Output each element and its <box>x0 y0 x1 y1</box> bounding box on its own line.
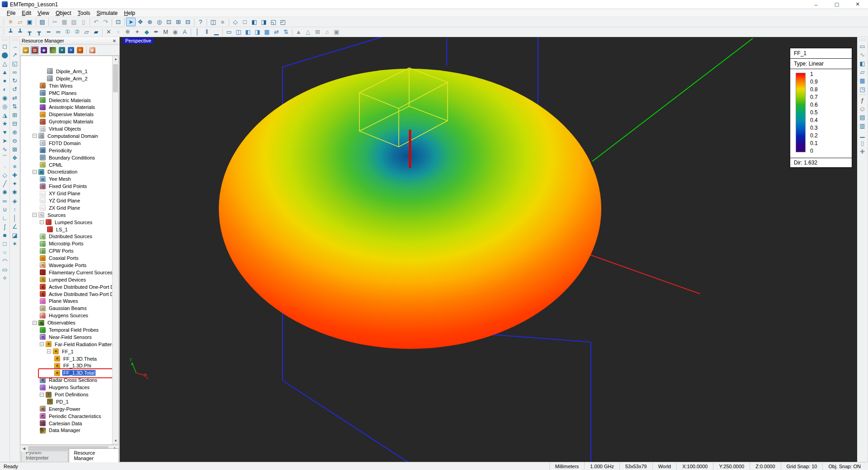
copy-move-tool-button[interactable]: ↗ <box>10 51 19 59</box>
back-view-button[interactable]: ◧ <box>250 18 259 26</box>
sphere-primitive-button[interactable]: ● <box>0 76 9 85</box>
tree-item-lumped-devices[interactable]: ⇅Lumped Devices <box>21 276 112 283</box>
top-view-button[interactable]: ◰ <box>278 18 288 26</box>
boolean-union-button[interactable]: ⊕ <box>10 128 19 136</box>
plate-tool-button[interactable]: ▭ <box>0 265 9 274</box>
freeform-tool-button[interactable]: ✧ <box>0 274 9 282</box>
tree-item-zx-grid-plane[interactable]: ∟ZX Grid Plane <box>21 204 112 212</box>
menu-edit[interactable]: Edit <box>19 10 34 16</box>
view-history-button[interactable]: ◉ <box>170 28 180 36</box>
boolean-intersect-button[interactable]: ⊠ <box>10 145 19 154</box>
front-view-button[interactable]: □ <box>240 18 250 26</box>
scale-tool-button[interactable]: ⊞ <box>10 111 19 119</box>
redo-button[interactable]: ↷ <box>101 18 110 26</box>
tree-expander-icon[interactable]: − <box>33 213 37 217</box>
scrollbar-thumb[interactable] <box>113 64 118 92</box>
tree-vertical-scrollbar[interactable]: ▲ ▼ <box>112 56 118 444</box>
distribute-1-button[interactable]: ━ <box>44 28 53 36</box>
tree-item-active-distributed-two-port-devices[interactable]: ▮Active Distributed Two-Port Devices <box>21 291 112 298</box>
menu-tools[interactable]: Tools <box>75 10 94 16</box>
toolbar-grip[interactable] <box>2 19 5 26</box>
camera-box-button[interactable]: ⌂ <box>322 28 332 36</box>
window-layout-button[interactable]: ◫ <box>208 18 218 26</box>
align-bottom-1-button[interactable]: ┻ <box>6 28 15 36</box>
array-tool-button[interactable]: ❋ <box>123 28 132 36</box>
scroll-up-icon[interactable]: ▲ <box>113 56 119 62</box>
tree-item-near-field-sensors[interactable]: ▰Near-Field Sensors <box>21 334 112 341</box>
plane-1-button[interactable]: ▱ <box>82 28 91 36</box>
pattern-tool-button[interactable]: ✦ <box>132 28 142 36</box>
tree-expander-icon[interactable]: − <box>33 170 37 174</box>
menu-object[interactable]: Object <box>52 10 75 16</box>
ruler-icon[interactable]: ▭ <box>858 42 867 51</box>
sources-view-icon[interactable]: ◉ <box>40 46 48 54</box>
tree-item-thin-wires[interactable]: ∥Thin Wires <box>21 82 112 89</box>
print-button[interactable]: ▤ <box>38 18 47 26</box>
tree-item-microstrip-ports[interactable]: ↑Microstrip Ports <box>21 240 112 247</box>
arrow-primitive-button[interactable]: ➤ <box>0 136 9 145</box>
import-tool-button[interactable]: M <box>161 28 170 36</box>
line-tool-button[interactable]: ╱ <box>0 179 9 188</box>
paste-button[interactable]: ▧ <box>69 18 79 26</box>
tree-item-pd-1[interactable]: ⇈PD_1 <box>21 398 112 405</box>
notes-icon[interactable]: ▯ <box>858 139 867 147</box>
scroll-down-icon[interactable]: ▼ <box>113 438 119 444</box>
spring-coil-icon[interactable]: ∿ <box>858 51 867 59</box>
panel-close-icon[interactable]: ✕ <box>111 38 118 43</box>
scroll-left-icon[interactable]: ◀ <box>21 446 27 452</box>
ring-primitive-button[interactable]: ◎ <box>0 102 9 111</box>
tree-item-dipole-arm-1[interactable]: Dipole_Arm_1 <box>21 68 112 75</box>
close-button[interactable]: ✕ <box>847 0 868 9</box>
cell-right-button[interactable]: ◨ <box>253 28 262 36</box>
right-view-button[interactable]: ◱ <box>269 18 278 26</box>
heart-primitive-button[interactable]: ♥ <box>0 128 9 136</box>
swap-horizontal-button[interactable]: ⇄ <box>272 28 281 36</box>
split-frame-button[interactable]: ◫ <box>234 28 243 36</box>
anchor-tool-button[interactable]: ✦ <box>10 179 19 188</box>
delete-button[interactable]: ▯ <box>79 18 88 26</box>
snap-tool-button[interactable]: ✚ <box>10 171 19 179</box>
probe-tool-button[interactable]: ↑ <box>10 205 19 214</box>
tree-item-temporal-field-probes[interactable]: ↕Temporal Field Probes <box>21 326 112 334</box>
tag-tool-button[interactable]: ◈ <box>10 197 19 205</box>
wedge-primitive-button[interactable]: ◮ <box>0 111 9 119</box>
physical-structure-view-icon[interactable]: ▨ <box>31 46 39 54</box>
explode-tool-button[interactable]: ✶ <box>10 240 19 248</box>
tree-item-data-manager[interactable]: ▤Data Manager <box>21 427 112 434</box>
toolbar-grip[interactable] <box>12 38 18 41</box>
section-tool-button[interactable]: ◪ <box>10 231 19 240</box>
extrude-tool-button[interactable]: ◆ <box>142 28 151 36</box>
star-primitive-button[interactable]: ★ <box>0 119 9 128</box>
chart-output-icon[interactable]: ▁ <box>858 130 867 139</box>
copy-button[interactable]: ▦ <box>60 18 69 26</box>
settings-wrench-icon[interactable]: ✚ <box>858 147 867 156</box>
tree-item-ff-1-3d-phi[interactable]: ✺FF_1.3D.Phi <box>21 362 112 370</box>
tree-expander-icon[interactable]: − <box>40 220 44 224</box>
align-tool-button[interactable]: ≡ <box>10 162 19 171</box>
tree-item-huygens-sources[interactable]: ▱Huygens Sources <box>21 312 112 319</box>
align-bottom-2-button[interactable]: ┻ <box>15 28 25 36</box>
mirror-tool-button[interactable]: ⇄ <box>10 94 19 102</box>
tree-item-filamentary-current-sources[interactable]: ↑Filamentary Current Sources <box>21 269 112 276</box>
tree-item-cartesian-data[interactable]: ▨Cartesian Data <box>21 420 112 427</box>
maximize-button[interactable]: ▢ <box>826 0 847 9</box>
ruler-tool-button[interactable]: │ <box>10 214 19 222</box>
function-editor-icon[interactable]: ƒ <box>858 96 867 104</box>
tree-item-cpml[interactable]: ≡CPML <box>21 161 112 169</box>
textured-cube-icon[interactable]: ◧ <box>858 59 867 68</box>
pin-tool-button[interactable]: ✱ <box>10 188 19 197</box>
tree-item-yz-grid-plane[interactable]: ∟YZ Grid Plane <box>21 197 112 204</box>
terrain-2-button[interactable]: △ <box>303 28 313 36</box>
flip-tool-button[interactable]: ⇅ <box>10 102 19 111</box>
cone-primitive-button[interactable]: △ <box>0 59 9 68</box>
cut-button[interactable]: ✂ <box>50 18 60 26</box>
tree-item-gyrotropic-materials[interactable]: ▱Gyrotropic Materials <box>21 118 112 125</box>
select-tool-button[interactable]: ➤ <box>126 18 136 26</box>
tree-expander-icon[interactable]: − <box>40 393 44 397</box>
tree-item-distributed-sources[interactable]: ✕Distributed Sources <box>21 233 112 240</box>
text-label-button[interactable]: A <box>180 28 189 36</box>
tree-item-plane-waves[interactable]: ▱Plane Waves <box>21 298 112 305</box>
cylinder-primitive-button[interactable]: ⬤ <box>0 51 9 59</box>
tree-item-active-distributed-one-port-devices[interactable]: ▮Active Distributed One-Port Devices <box>21 283 112 291</box>
ports-view-icon[interactable]: ✦ <box>58 46 66 54</box>
